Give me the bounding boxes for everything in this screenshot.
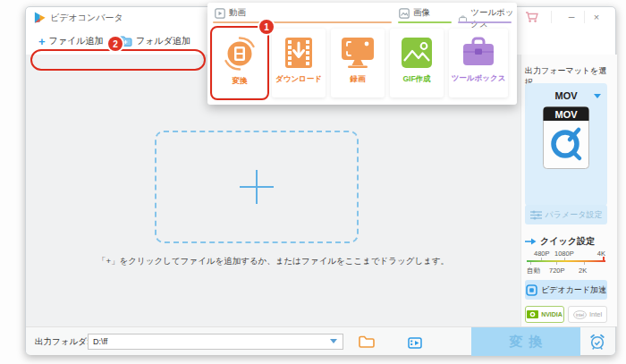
screen-record-icon: [340, 36, 376, 70]
annotation-badge-1: 1: [259, 20, 274, 34]
gpu-acceleration-button[interactable]: ビデオカード加速: [525, 280, 607, 300]
gpu-acceleration-label: ビデオカード加速: [541, 284, 606, 296]
mode-popup: 動画 画像 ツールボックス: [207, 3, 517, 105]
download-icon: [282, 36, 316, 70]
mov-icon-text: MOV: [554, 109, 578, 120]
add-files-plus-icon[interactable]: [237, 167, 276, 207]
open-output-folder-button[interactable]: [408, 336, 422, 352]
annotation-badge-2: 2: [108, 37, 123, 51]
tab-image-underline: [398, 21, 452, 23]
screen: ビデオコンバータ – × + ファイル追加: [0, 0, 626, 364]
card-download-label: ダウンロード: [275, 74, 322, 85]
video-icon: [215, 8, 225, 19]
output-sidebar: 出力フォーマットを選択 MOV MOV: [520, 55, 617, 326]
card-gif-label: GIF作成: [402, 74, 430, 85]
bottom-bar: 出力フォルダ: 変換: [26, 326, 615, 355]
browse-folder-button[interactable]: [359, 335, 375, 351]
card-toolbox-label: ツールボックス: [452, 73, 506, 84]
slider-label-2k: 2K: [579, 267, 587, 275]
app-logo-icon: [33, 11, 47, 24]
parameter-settings-button[interactable]: パラメータ設定: [525, 205, 607, 224]
add-folder-label: フォルダ追加: [136, 35, 190, 47]
intel-logo-text: intel: [576, 312, 584, 317]
parameter-settings-label: パラメータ設定: [546, 209, 603, 221]
chevron-down-icon[interactable]: [594, 94, 601, 98]
slider-tick: [530, 262, 531, 265]
slider-label-1080p: 1080P: [554, 250, 574, 258]
intel-button[interactable]: intel Intel: [568, 306, 607, 323]
quicktime-mov-icon: MOV: [543, 106, 589, 169]
minimize-button[interactable]: –: [564, 10, 579, 24]
close-button[interactable]: ×: [589, 10, 604, 24]
card-toolbox[interactable]: ツールボックス: [449, 29, 508, 97]
slider-label-480p: 480P: [534, 250, 550, 258]
plus-icon: +: [38, 36, 46, 47]
intel-label: Intel: [589, 310, 602, 318]
gpu-icon: [526, 284, 537, 296]
slider-tick: [584, 262, 585, 265]
file-drop-zone[interactable]: [155, 131, 359, 243]
convert-icon: [222, 36, 258, 72]
resolution-slider[interactable]: 480P 1080P 4K 自動 720P 2K: [527, 250, 605, 276]
tab-image-label: 画像: [413, 7, 430, 19]
card-record[interactable]: 録画: [331, 29, 385, 97]
divider: [584, 11, 585, 23]
card-convert[interactable]: 変換: [213, 29, 266, 97]
add-folder-button[interactable]: フォルダ追加: [119, 33, 190, 49]
slider-icon: [525, 237, 537, 246]
folder-icon: [359, 335, 375, 348]
quick-settings-label: クイック設定: [540, 235, 595, 248]
sliders-icon: [530, 210, 542, 220]
toolbox-large-icon: [461, 36, 496, 69]
divider: [551, 11, 552, 23]
intel-logo-icon: intel: [573, 310, 587, 319]
file-browser-icon: [408, 337, 422, 349]
slider-tick: [556, 262, 557, 265]
slider-tick: [564, 258, 565, 260]
slider-track[interactable]: [527, 260, 605, 262]
format-selector[interactable]: MOV MOV: [525, 83, 607, 206]
tab-video-label: 動画: [229, 7, 246, 19]
nvidia-logo-icon: [527, 310, 538, 318]
slider-marker[interactable]: [603, 257, 605, 260]
tab-image[interactable]: 画像: [399, 7, 430, 19]
chevron-down-icon[interactable]: [330, 339, 337, 343]
convert-button[interactable]: 変換: [471, 327, 580, 356]
timer-alarm-icon[interactable]: [588, 333, 606, 354]
drop-hint-text: 「+」をクリックしてファイルを追加するか、またはファイルをここまでドラッグします…: [26, 256, 520, 267]
tab-toolbox[interactable]: ツールボックス: [459, 7, 517, 30]
cart-icon[interactable]: [525, 10, 539, 24]
gif-image-icon: [400, 36, 434, 70]
tab-toolbox-underline: [458, 21, 512, 23]
tab-video-underline: [213, 21, 392, 23]
card-download[interactable]: ダウンロード: [272, 29, 326, 97]
app-title: ビデオコンバータ: [50, 12, 123, 24]
output-folder-input[interactable]: [88, 334, 343, 350]
output-folder-label: 出力フォルダ:: [35, 327, 89, 356]
quick-settings-header: クイック設定: [525, 235, 595, 248]
nvidia-label: NVIDIA: [541, 311, 563, 317]
mode-cards: 変換 ダウンロード: [213, 29, 508, 97]
add-file-button[interactable]: + ファイル追加: [38, 33, 120, 49]
card-gif[interactable]: GIF作成: [390, 29, 444, 97]
card-convert-label: 変換: [233, 76, 248, 87]
slider-label-auto: 自動: [527, 267, 540, 275]
nvidia-button[interactable]: NVIDIA: [525, 306, 564, 323]
slider-label-720p: 720P: [549, 267, 565, 275]
tab-toolbox-label: ツールボックス: [470, 7, 517, 30]
tab-video[interactable]: 動画: [215, 7, 246, 19]
add-file-label: ファイル追加: [49, 35, 104, 47]
image-icon: [399, 8, 410, 19]
card-record-label: 録画: [351, 74, 366, 85]
slider-tick: [541, 258, 542, 260]
